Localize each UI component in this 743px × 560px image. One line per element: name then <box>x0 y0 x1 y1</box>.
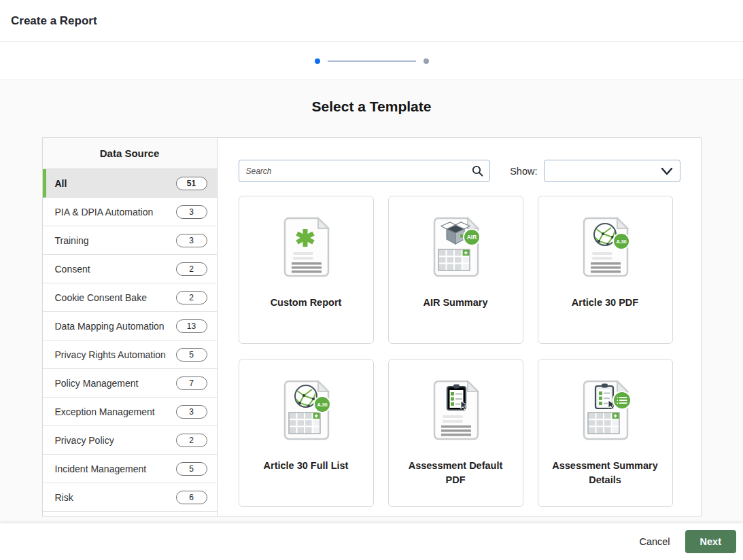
template-picker-panel: Data Source All 51 PIA & DPIA Automation… <box>42 137 702 517</box>
sidebar-item-incident-management[interactable]: Incident Management 5 <box>43 455 217 483</box>
next-button[interactable]: Next <box>685 530 736 553</box>
assessment-default-pdf-icon <box>418 373 493 448</box>
count-badge: 7 <box>176 377 207 390</box>
chevron-down-icon <box>661 167 673 176</box>
sidebar-item-privacy-rights-automation[interactable]: Privacy Rights Automation 5 <box>43 340 217 369</box>
air-badge: AIR <box>463 228 481 246</box>
sidebar-item-label: Training <box>55 235 89 246</box>
template-card-article-30-pdf[interactable]: A.30 Article 30 PDF <box>538 196 673 344</box>
sidebar-item-label: Policy Management <box>55 378 139 389</box>
sidebar-item-training[interactable]: Training 3 <box>43 226 217 255</box>
sidebar-item-label: Cookie Consent Bake <box>55 292 147 303</box>
air-summary-icon: AIR <box>418 210 493 285</box>
show-label: Show: <box>510 166 537 177</box>
search-field-wrapper <box>239 160 490 182</box>
page-title: Select a Template <box>0 95 743 118</box>
active-step-icon <box>315 58 320 64</box>
sidebar-item-label: Privacy Rights Automation <box>55 349 166 360</box>
count-badge: 3 <box>176 234 207 247</box>
article-30-badge: A.30 <box>313 396 331 413</box>
cancel-button[interactable]: Cancel <box>628 531 680 553</box>
count-badge: 51 <box>176 177 207 190</box>
sidebar-item-label: Incident Management <box>55 463 147 474</box>
search-input[interactable] <box>239 160 490 182</box>
template-card-label: AIR Summary <box>389 289 523 310</box>
count-badge: 2 <box>176 291 207 304</box>
sidebar-item-label: Data Mapping Automation <box>55 321 165 332</box>
template-card-label: Assessment Summary Details <box>538 452 672 487</box>
show-dropdown[interactable] <box>544 160 680 182</box>
list-icon <box>615 393 629 407</box>
sidebar-item-pia-dpia-automation[interactable]: PIA & DPIA Automation 3 <box>43 198 217 226</box>
template-card-grid: Custom Report <box>239 196 680 507</box>
sidebar-item-policy-management[interactable]: Policy Management 7 <box>43 369 217 398</box>
custom-report-icon <box>269 210 343 285</box>
sidebar-item-partial <box>43 512 217 516</box>
sidebar-item-privacy-policy[interactable]: Privacy Policy 2 <box>43 426 217 455</box>
template-gallery: Show: <box>218 138 701 516</box>
sidebar-item-cookie-consent[interactable]: Cookie Consent Bake 2 <box>43 283 217 312</box>
count-badge: 5 <box>176 462 207 476</box>
wizard-stepper <box>0 42 743 80</box>
template-card-label: Article 30 PDF <box>538 289 672 310</box>
sidebar-item-label: Risk <box>55 492 73 503</box>
template-card-assessment-summary-details[interactable]: Assessment Summary Details <box>538 359 673 507</box>
count-badge: 3 <box>176 205 207 219</box>
sidebar-item-label: Privacy Policy <box>55 435 114 446</box>
article-30-badge: A.30 <box>612 232 630 250</box>
sidebar-item-label: Exception Management <box>55 406 155 417</box>
dialog-title: Create a Report <box>11 14 97 28</box>
count-badge: 5 <box>176 348 207 362</box>
gallery-toolbar: Show: <box>239 160 680 182</box>
dialog-body: Select a Template Data Source All 51 PIA… <box>0 80 743 523</box>
sidebar-item-risk[interactable]: Risk 6 <box>43 483 217 512</box>
article-30-pdf-icon: A.30 <box>568 210 642 285</box>
sidebar-item-exception-management[interactable]: Exception Management 3 <box>43 398 217 426</box>
sidebar-item-consent[interactable]: Consent 2 <box>43 255 217 283</box>
template-card-custom-report[interactable]: Custom Report <box>239 196 374 344</box>
count-badge: 3 <box>176 405 207 419</box>
sidebar-item-label: All <box>55 178 67 189</box>
show-filter-group: Show: <box>510 160 680 182</box>
template-card-label: Custom Report <box>239 289 373 310</box>
summary-list-badge <box>612 391 632 410</box>
data-source-sidebar: Data Source All 51 PIA & DPIA Automation… <box>43 138 218 516</box>
dialog-header: Create a Report <box>0 0 743 42</box>
count-badge: 2 <box>176 262 207 276</box>
template-card-air-summary[interactable]: AIR AIR Summary <box>388 196 523 344</box>
sidebar-item-all[interactable]: All 51 <box>43 169 217 198</box>
count-badge: 13 <box>176 319 207 333</box>
assessment-summary-details-icon <box>568 373 642 448</box>
template-card-assessment-default-pdf[interactable]: Assessment Default PDF <box>388 359 523 507</box>
sidebar-title: Data Source <box>43 138 217 169</box>
sidebar-item-data-mapping-automation[interactable]: Data Mapping Automation 13 <box>43 312 217 340</box>
dialog-footer: Cancel Next <box>0 523 743 560</box>
inactive-step-icon <box>424 58 429 64</box>
sidebar-item-label: PIA & DPIA Automation <box>55 207 154 217</box>
search-icon <box>472 165 483 177</box>
sidebar-item-label: Consent <box>55 264 90 275</box>
template-card-label: Assessment Default PDF <box>389 452 523 487</box>
template-card-article-30-full-list[interactable]: A.30 Article 30 Full List <box>239 359 374 507</box>
count-badge: 6 <box>176 491 207 504</box>
step-connector-line <box>328 60 416 62</box>
article-30-full-list-icon: A.30 <box>269 373 343 448</box>
template-card-label: Article 30 Full List <box>239 452 373 473</box>
count-badge: 2 <box>176 434 207 447</box>
